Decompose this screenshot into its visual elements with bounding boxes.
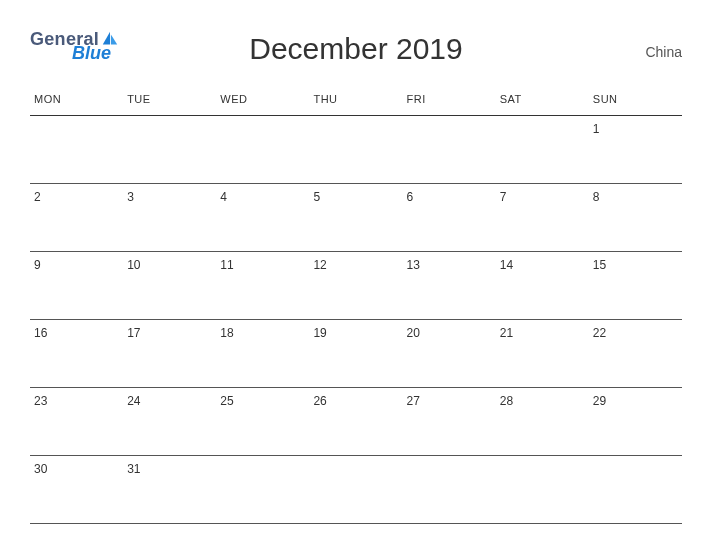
calendar-day: 31 bbox=[123, 456, 216, 524]
calendar-day bbox=[123, 116, 216, 184]
region-label: China bbox=[645, 44, 682, 60]
calendar-week: 30 31 bbox=[30, 456, 682, 524]
calendar-day: 2 bbox=[30, 184, 123, 252]
calendar-day: 8 bbox=[589, 184, 682, 252]
day-header: FRI bbox=[403, 87, 496, 116]
calendar-day: 24 bbox=[123, 388, 216, 456]
calendar-day: 14 bbox=[496, 252, 589, 320]
day-header: MON bbox=[30, 87, 123, 116]
calendar-day: 9 bbox=[30, 252, 123, 320]
calendar-day: 16 bbox=[30, 320, 123, 388]
calendar-day: 4 bbox=[216, 184, 309, 252]
logo-word-blue: Blue bbox=[72, 44, 119, 62]
calendar-week: 16 17 18 19 20 21 22 bbox=[30, 320, 682, 388]
calendar-grid: MON TUE WED THU FRI SAT SUN 1 2 3 4 5 6 … bbox=[30, 87, 682, 524]
calendar-day: 12 bbox=[309, 252, 402, 320]
calendar-day: 5 bbox=[309, 184, 402, 252]
calendar-week: 2 3 4 5 6 7 8 bbox=[30, 184, 682, 252]
calendar-day: 6 bbox=[403, 184, 496, 252]
calendar-day: 19 bbox=[309, 320, 402, 388]
calendar-day bbox=[496, 116, 589, 184]
calendar-day bbox=[403, 116, 496, 184]
calendar-day: 26 bbox=[309, 388, 402, 456]
calendar-day bbox=[30, 116, 123, 184]
day-header: TUE bbox=[123, 87, 216, 116]
calendar-day bbox=[309, 456, 402, 524]
calendar-day bbox=[216, 456, 309, 524]
calendar-day: 25 bbox=[216, 388, 309, 456]
calendar-day bbox=[216, 116, 309, 184]
calendar-day: 29 bbox=[589, 388, 682, 456]
calendar-day bbox=[496, 456, 589, 524]
day-header-row: MON TUE WED THU FRI SAT SUN bbox=[30, 87, 682, 116]
calendar-day: 30 bbox=[30, 456, 123, 524]
calendar-title: December 2019 bbox=[249, 32, 462, 66]
calendar-day bbox=[309, 116, 402, 184]
calendar-day: 15 bbox=[589, 252, 682, 320]
calendar-day: 27 bbox=[403, 388, 496, 456]
calendar-week: 9 10 11 12 13 14 15 bbox=[30, 252, 682, 320]
logo: General Blue bbox=[30, 30, 119, 62]
day-header: SAT bbox=[496, 87, 589, 116]
calendar-header: General Blue December 2019 China bbox=[30, 30, 682, 62]
calendar-week: 1 bbox=[30, 116, 682, 184]
calendar-day: 13 bbox=[403, 252, 496, 320]
calendar-day: 20 bbox=[403, 320, 496, 388]
calendar-day: 3 bbox=[123, 184, 216, 252]
calendar-week: 23 24 25 26 27 28 29 bbox=[30, 388, 682, 456]
day-header: SUN bbox=[589, 87, 682, 116]
day-header: THU bbox=[309, 87, 402, 116]
calendar-day: 18 bbox=[216, 320, 309, 388]
calendar-day: 1 bbox=[589, 116, 682, 184]
calendar-day bbox=[589, 456, 682, 524]
calendar-day: 23 bbox=[30, 388, 123, 456]
day-header: WED bbox=[216, 87, 309, 116]
calendar-day: 10 bbox=[123, 252, 216, 320]
calendar-day: 21 bbox=[496, 320, 589, 388]
calendar-day: 22 bbox=[589, 320, 682, 388]
calendar-day bbox=[403, 456, 496, 524]
calendar-day: 11 bbox=[216, 252, 309, 320]
calendar-day: 17 bbox=[123, 320, 216, 388]
calendar-day: 7 bbox=[496, 184, 589, 252]
calendar-day: 28 bbox=[496, 388, 589, 456]
